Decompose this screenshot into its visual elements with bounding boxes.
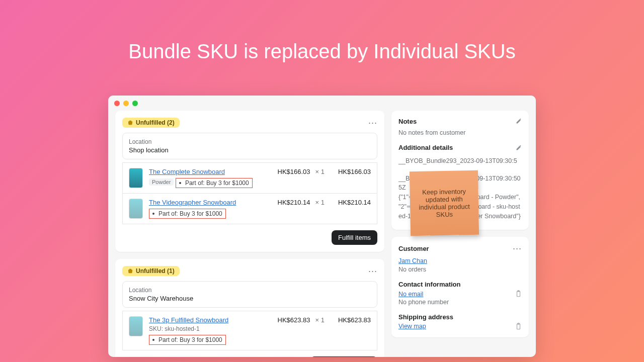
contact-info-title: Contact information — [398, 281, 522, 288]
clipboard-icon[interactable] — [515, 290, 522, 298]
customer-more-menu[interactable]: ··· — [513, 244, 522, 253]
location-value: Shop location — [129, 146, 371, 154]
product-thumbnail[interactable] — [129, 168, 143, 188]
part-of-bundle-tag: Part of: Buy 3 for $1000 — [149, 209, 226, 219]
customer-orders-text: No orders — [398, 265, 522, 275]
badge-label: Unfulfilled (1) — [136, 267, 175, 275]
line-item: The Videographer Snowboard Part of: Buy … — [122, 194, 377, 224]
unfulfilled-badge: Unfulfilled (2) — [122, 118, 180, 128]
unfulfilled-icon — [127, 120, 133, 126]
line-total: HK$166.03 — [331, 168, 371, 175]
additional-details-title: Additional details — [398, 144, 453, 151]
product-title-link[interactable]: The Complete Snowboard — [149, 168, 225, 175]
unit-price: HK$210.14 × 1 — [278, 199, 325, 206]
card-more-menu[interactable]: ··· — [368, 118, 377, 127]
additional-detail-line: __BYOB_Bundle293_2023-09-13T09:30:5 — [398, 156, 522, 166]
badge-label: Unfulfilled (2) — [136, 119, 175, 126]
fulfillment-card: Unfulfilled (2) ··· Location Shop locati… — [115, 111, 384, 252]
pencil-icon[interactable] — [515, 118, 522, 125]
part-of-bundle-tag: Part of: Buy 3 for $1000 — [149, 335, 226, 345]
notes-text: No notes from customer — [398, 128, 522, 138]
location-label: Location — [129, 138, 371, 145]
location-block: Location Snow City Warehouse — [122, 281, 377, 308]
unfulfilled-icon — [127, 268, 133, 274]
customer-title: Customer — [398, 245, 429, 252]
notes-title: Notes — [398, 118, 417, 125]
product-thumbnail[interactable] — [129, 199, 143, 219]
pencil-icon[interactable] — [515, 145, 522, 152]
fulfill-items-button[interactable]: Fulfill items — [332, 230, 377, 245]
page-title: Bundle SKU is replaced by Individual SKU… — [0, 40, 644, 63]
minimize-window-dot[interactable] — [123, 101, 129, 106]
unit-price: HK$623.83 × 1 — [278, 316, 325, 324]
view-map-link[interactable]: View map — [398, 323, 426, 330]
product-title-link[interactable]: The Videographer Snowboard — [149, 199, 236, 206]
window-titlebar — [108, 96, 536, 111]
clipboard-icon[interactable] — [515, 323, 522, 330]
part-of-bundle-tag: Part of: Buy 3 for $1000 — [176, 178, 253, 188]
customer-name-link[interactable]: Jam Chan — [398, 257, 427, 264]
sticky-note-annotation: Keep inventory updated with individual p… — [410, 170, 479, 236]
shipping-address-title: Shipping address — [398, 313, 522, 321]
sku-text: SKU: sku-hosted-1 — [149, 325, 272, 332]
location-value: Snow City Warehouse — [129, 295, 371, 302]
fulfillment-card: Unfulfilled (1) ··· Location Snow City W… — [115, 259, 384, 357]
variant-chip: Powder — [149, 178, 174, 186]
close-window-dot[interactable] — [114, 101, 120, 106]
line-item: The 3p Fulfilled Snowboard SKU: sku-host… — [122, 311, 377, 350]
customer-phone-text: No phone number — [398, 298, 522, 307]
customer-card: Customer ··· Jam Chan No orders Contact … — [391, 237, 529, 337]
customer-email-link[interactable]: No email — [398, 291, 423, 298]
line-item: The Complete Snowboard Powder Part of: B… — [122, 162, 377, 194]
line-total: HK$210.14 — [331, 199, 371, 206]
location-label: Location — [129, 287, 371, 294]
product-thumbnail[interactable] — [129, 316, 143, 336]
location-block: Location Shop location — [122, 133, 377, 159]
line-total: HK$623.83 — [331, 316, 371, 324]
unfulfilled-badge: Unfulfilled (1) — [122, 266, 180, 276]
card-more-menu[interactable]: ··· — [368, 266, 377, 276]
maximize-window-dot[interactable] — [132, 101, 138, 106]
request-fulfillment-button[interactable]: Request fulfillment — [310, 356, 377, 357]
product-title-link[interactable]: The 3p Fulfilled Snowboard — [149, 316, 228, 324]
unit-price: HK$166.03 × 1 — [278, 168, 325, 175]
